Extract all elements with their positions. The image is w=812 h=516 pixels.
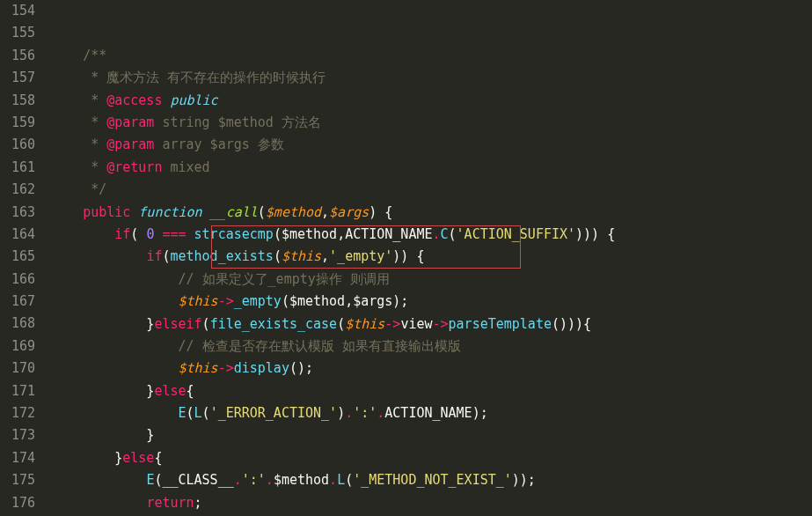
code-token: else	[122, 450, 154, 466]
code-line[interactable]: }else{	[51, 447, 812, 469]
code-token: *	[91, 136, 106, 152]
code-token	[51, 271, 179, 287]
code-line[interactable]: $this->_empty($method,$args);	[51, 291, 812, 313]
code-token: }	[51, 316, 154, 332]
code-line[interactable]: public function __call($method,$args) {	[51, 202, 812, 224]
line-number: 172	[11, 402, 35, 424]
code-token: $method	[266, 204, 321, 220]
code-line[interactable]: E(L('_ERROR_ACTION_').':'.ACTION_NAME);	[51, 402, 812, 424]
code-line[interactable]: * @param string $method 方法名	[51, 112, 812, 134]
code-token: (	[274, 248, 282, 264]
code-token: ':'	[242, 472, 266, 488]
line-number: 173	[11, 424, 35, 446]
line-number: 162	[11, 179, 35, 201]
code-token: */	[91, 181, 106, 197]
code-token: )) {	[392, 248, 424, 264]
code-token: )	[337, 405, 345, 421]
code-token	[130, 204, 138, 220]
code-token: // 检查是否存在默认模版 如果有直接输出模版	[179, 338, 461, 354]
code-token: .	[433, 226, 441, 242]
code-token: ,	[337, 226, 345, 242]
code-editor-content[interactable]: /** * 魔术方法 有不存在的操作的时候执行 * @access public…	[51, 0, 812, 516]
code-token	[51, 92, 91, 108]
code-token: public	[83, 204, 130, 220]
code-token: // 如果定义了_empty操作 则调用	[179, 271, 390, 287]
code-token: $method	[274, 472, 329, 488]
code-line[interactable]: }	[51, 424, 812, 446]
code-token: .	[329, 472, 337, 488]
code-token	[51, 338, 179, 354]
code-token: string $method 方法名	[154, 114, 321, 130]
line-number: 176	[11, 492, 35, 514]
code-token: (	[187, 405, 194, 421]
code-line[interactable]: E(__CLASS__.':'.$method.L('_METHOD_NOT_E…	[51, 469, 812, 491]
line-number: 165	[11, 246, 35, 268]
code-token: ))) {	[575, 226, 615, 242]
code-token: elseif	[154, 316, 201, 332]
line-number: 169	[11, 335, 35, 358]
code-token: parseTemplate	[449, 316, 552, 332]
code-token: ,	[345, 293, 353, 309]
code-token: mixed	[162, 159, 209, 175]
code-token: method_exists	[170, 248, 273, 264]
code-token: (	[258, 204, 266, 220]
code-token: if	[146, 248, 162, 264]
code-token	[51, 405, 179, 421]
code-line[interactable]: // 检查是否存在默认模版 如果有直接输出模版	[51, 335, 812, 358]
code-token: (	[130, 226, 146, 242]
line-number-gutter: 1541551561571581591601611621631641651661…	[0, 0, 51, 516]
code-token: .	[266, 472, 274, 488]
line-number: 171	[11, 380, 35, 402]
code-token: '_empty'	[329, 248, 392, 264]
code-token: L	[194, 405, 202, 421]
code-line[interactable]: // 如果定义了_empty操作 则调用	[51, 269, 812, 291]
code-token: ) {	[369, 204, 392, 220]
code-line[interactable]: * @access public	[51, 90, 812, 112]
code-line[interactable]: }elseif(file_exists_case($this->view->pa…	[51, 313, 812, 335]
code-token: _empty	[234, 293, 282, 309]
code-token: }	[51, 450, 122, 466]
code-token: ,	[321, 204, 329, 220]
line-number: 174	[11, 447, 35, 469]
code-token: *	[91, 114, 106, 130]
code-token: {	[154, 450, 162, 466]
code-line[interactable]: $this->display();	[51, 358, 812, 380]
code-token	[51, 114, 91, 130]
code-token: file_exists_case	[210, 316, 338, 332]
code-token: {	[187, 383, 194, 399]
code-token: $this	[179, 360, 218, 376]
code-token	[51, 495, 146, 511]
code-line[interactable]: /**	[51, 45, 812, 67]
code-line[interactable]: * 魔术方法 有不存在的操作的时候执行	[51, 67, 812, 89]
code-token: (	[345, 472, 353, 488]
code-token: }	[51, 383, 154, 399]
code-token: $this	[282, 248, 321, 264]
code-token: '_ERROR_ACTION_'	[210, 405, 338, 421]
code-line[interactable]: if(method_exists($this,'_empty')) {	[51, 246, 812, 268]
code-token: if	[114, 226, 130, 242]
line-number: 166	[11, 269, 35, 291]
line-number: 160	[11, 134, 35, 156]
code-token: L	[337, 472, 345, 488]
code-token: $args	[329, 204, 369, 220]
code-token: public	[170, 92, 217, 108]
code-token: ));	[512, 472, 536, 488]
code-line[interactable]: }else{	[51, 380, 812, 402]
code-line[interactable]: if( 0 === strcasecmp($method,ACTION_NAME…	[51, 224, 812, 246]
code-token: );	[392, 293, 408, 309]
code-token: strcasecmp	[194, 226, 274, 242]
code-line[interactable]: * @return mixed	[51, 157, 812, 179]
code-token	[51, 48, 83, 63]
code-token: array $args 参数	[154, 136, 283, 152]
code-token: ->	[218, 360, 234, 376]
code-token: (	[202, 316, 210, 332]
line-number: 175	[11, 469, 35, 491]
code-token: ->	[218, 293, 234, 309]
code-token: return	[146, 495, 194, 511]
code-token: ===	[162, 226, 186, 242]
code-token	[51, 181, 91, 197]
code-line[interactable]: * @param array $args 参数	[51, 134, 812, 156]
code-line[interactable]: return;	[51, 492, 812, 514]
code-line[interactable]: */	[51, 179, 812, 201]
code-token: .	[234, 472, 242, 488]
